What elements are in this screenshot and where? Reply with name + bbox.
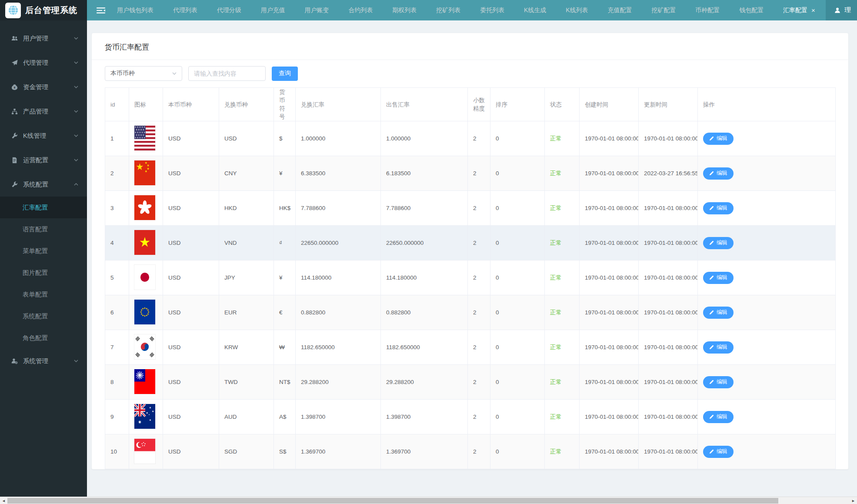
table-row: 6USDEUR€0.8828000.88280020正常1970-01-01 0… xyxy=(105,295,836,330)
column-header: id xyxy=(105,88,129,121)
cell-sell_rate: 1182.650000 xyxy=(381,330,468,365)
edit-button[interactable]: 编辑 xyxy=(703,202,734,214)
horizontal-scrollbar[interactable]: ◀ ▶ xyxy=(0,497,857,504)
cell-quote: KRW xyxy=(219,330,274,365)
cell-precision: 2 xyxy=(468,295,490,330)
sidebar-subitem[interactable]: 角色配置 xyxy=(0,327,87,349)
cell-precision: 2 xyxy=(468,121,490,156)
svg-text:¥: ¥ xyxy=(14,86,16,89)
tab-item[interactable]: 挖矿列表 xyxy=(432,0,465,20)
tab-label: 用户账变 xyxy=(305,7,329,14)
pencil-icon xyxy=(709,240,714,245)
cell-flag xyxy=(129,226,163,260)
tab-item[interactable]: K线列表 xyxy=(561,0,592,20)
tab-item[interactable]: 币种配置 xyxy=(691,0,724,20)
scrollbar-thumb[interactable] xyxy=(7,498,778,504)
tab-item[interactable]: 用户钱包列表 xyxy=(113,0,158,20)
cell-id: 7 xyxy=(105,330,129,365)
edit-button[interactable]: 编辑 xyxy=(703,167,734,180)
cell-sort: 0 xyxy=(490,226,545,260)
sidebar-item[interactable]: 系统管理 xyxy=(0,349,87,373)
cell-base: USD xyxy=(163,295,219,330)
cell-symbol: NT$ xyxy=(274,365,296,400)
scroll-right-arrow-icon[interactable]: ▶ xyxy=(850,497,857,504)
app-logo: 后台管理系统 xyxy=(0,0,87,20)
sidebar-item[interactable]: 运营配置 xyxy=(0,148,87,172)
edit-button[interactable]: 编辑 xyxy=(703,133,734,145)
sidebar-subitem[interactable]: 菜单配置 xyxy=(0,240,87,262)
cell-status: 正常 xyxy=(545,191,580,226)
sidebar-subitem-label: 角色配置 xyxy=(23,334,48,342)
edit-button[interactable]: 编辑 xyxy=(703,272,734,284)
sidebar-item[interactable]: 系统配置 xyxy=(0,172,87,197)
edit-button[interactable]: 编辑 xyxy=(703,376,734,388)
sidebar-item-label: 系统配置 xyxy=(23,180,48,189)
eu-flag-icon xyxy=(134,300,155,324)
tab-item[interactable]: 充值配置 xyxy=(603,0,636,20)
sidebar-item[interactable]: 用户管理 xyxy=(0,26,87,50)
cell-id: 6 xyxy=(105,295,129,330)
cell-exchange_rate: 6.383500 xyxy=(296,156,381,191)
sidebar-subitem-label: 表单配置 xyxy=(23,290,48,299)
cell-updated_at: 2022-03-27 16:56:55 xyxy=(639,156,698,191)
cell-sell_rate: 1.000000 xyxy=(381,121,468,156)
tab-item[interactable]: 用户账变 xyxy=(300,0,333,20)
cell-symbol: S$ xyxy=(274,434,296,469)
user-menu[interactable]: 理 xyxy=(826,0,857,20)
tab-item[interactable]: 挖矿配置 xyxy=(647,0,680,20)
cell-created_at: 1970-01-01 08:00:00 xyxy=(580,434,639,469)
cell-flag xyxy=(129,295,163,330)
scroll-left-arrow-icon[interactable]: ◀ xyxy=(0,497,7,504)
tab-item[interactable]: 代理列表 xyxy=(169,0,202,20)
query-button[interactable]: 查询 xyxy=(272,67,298,81)
sidebar-item[interactable]: 产品管理 xyxy=(0,99,87,123)
edit-button[interactable]: 编辑 xyxy=(703,446,734,458)
sidebar-collapse-icon[interactable] xyxy=(87,0,113,20)
sidebar-item[interactable]: ¥资金管理 xyxy=(0,75,87,99)
sidebar-item[interactable]: K线管理 xyxy=(0,123,87,148)
cell-updated_at: 1970-01-01 08:00:00 xyxy=(639,226,698,260)
cell-flag xyxy=(129,365,163,400)
tab-item[interactable]: 期权列表 xyxy=(388,0,421,20)
edit-button-label: 编辑 xyxy=(717,239,727,247)
cell-status: 正常 xyxy=(545,365,580,400)
search-input[interactable] xyxy=(188,66,266,81)
cell-updated_at: 1970-01-01 08:00:00 xyxy=(639,295,698,330)
tab-item[interactable]: 委托列表 xyxy=(476,0,509,20)
currency-type-select-value: 本币币种 xyxy=(110,70,135,77)
edit-button[interactable]: 编辑 xyxy=(703,411,734,423)
cell-action: 编辑 xyxy=(698,191,836,226)
tab-item[interactable]: 钱包配置 xyxy=(735,0,768,20)
tab-item[interactable]: 代理分级 xyxy=(213,0,246,20)
cell-base: USD xyxy=(163,400,219,434)
cell-status: 正常 xyxy=(545,434,580,469)
cell-precision: 2 xyxy=(468,191,490,226)
edit-button[interactable]: 编辑 xyxy=(703,341,734,354)
sidebar-subitem[interactable]: 语言配置 xyxy=(0,218,87,240)
table-row: 8USDTWDNT$29.28820029.28820020正常1970-01-… xyxy=(105,365,836,400)
sidebar-subitem[interactable]: 系统配置 xyxy=(0,305,87,327)
currency-type-select[interactable]: 本币币种 xyxy=(105,66,182,81)
tab-item[interactable]: 合约列表 xyxy=(344,0,377,20)
cell-quote: VND xyxy=(219,226,274,260)
wrench-icon xyxy=(11,133,18,139)
cell-base: USD xyxy=(163,121,219,156)
app-title: 后台管理系统 xyxy=(25,5,77,16)
sidebar-subitem[interactable]: 表单配置 xyxy=(0,284,87,305)
tab-item[interactable]: K线生成 xyxy=(520,0,550,20)
cell-precision: 2 xyxy=(468,226,490,260)
tab-close-icon[interactable]: × xyxy=(811,7,815,13)
cell-flag xyxy=(129,330,163,365)
edit-button[interactable]: 编辑 xyxy=(703,307,734,319)
cell-sell_rate: 29.288200 xyxy=(381,365,468,400)
edit-button[interactable]: 编辑 xyxy=(703,237,734,249)
au-flag-icon xyxy=(134,404,155,429)
cell-status: 正常 xyxy=(545,121,580,156)
tab-item[interactable]: 汇率配置× xyxy=(779,0,820,20)
tab-item[interactable]: 用户充值 xyxy=(257,0,290,20)
jp-flag-icon xyxy=(134,265,155,290)
cell-flag xyxy=(129,156,163,191)
sidebar-subitem[interactable]: 汇率配置 xyxy=(0,197,87,218)
sidebar-subitem[interactable]: 图片配置 xyxy=(0,262,87,284)
sidebar-item[interactable]: 代理管理 xyxy=(0,50,87,75)
